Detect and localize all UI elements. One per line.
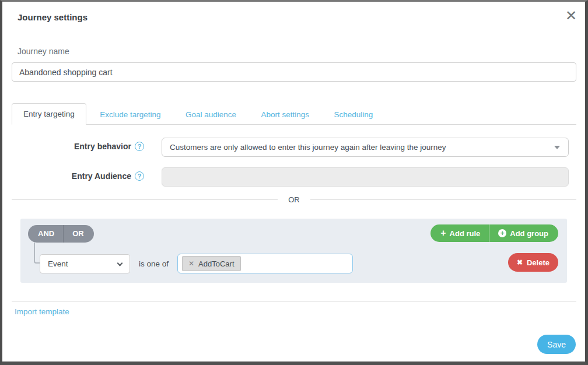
rule-values-input[interactable]: ✕ AddToCart [177,254,353,273]
chevron-down-icon [554,146,560,149]
tab-scheduling[interactable]: Scheduling [323,104,384,124]
tab-entry-targeting[interactable]: Entry targeting [12,103,86,125]
import-template-link[interactable]: Import template [15,307,69,316]
add-buttons-group: + Add rule + Add group [430,224,558,242]
close-icon[interactable]: ✕ [565,9,577,23]
help-icon[interactable]: ? [135,171,144,181]
rule-group-panel: AND OR + Add rule + Add group Event is o… [20,219,567,283]
tag-chip: ✕ AddToCart [182,256,240,271]
or-divider: OR [12,195,576,204]
entry-behavior-value: Customers are only allowed to enter this… [170,143,446,152]
entry-behavior-label: Entry behavior ? [2,142,144,151]
journey-name-label: Journey name [18,47,69,56]
entry-audience-input [162,167,569,187]
chevron-down-icon [117,260,123,266]
rule-field-select[interactable]: Event [40,254,130,273]
delete-rule-button[interactable]: ✖ Delete [508,253,558,272]
help-icon[interactable]: ? [135,142,144,151]
tag-remove-icon[interactable]: ✕ [188,259,194,268]
delete-label: Delete [527,258,550,267]
entry-behavior-select[interactable]: Customers are only allowed to enter this… [162,138,569,157]
add-group-label: Add group [510,229,548,238]
entry-audience-label: Entry Audience ? [2,171,144,181]
tab-exclude-targeting[interactable]: Exclude targeting [89,104,172,124]
add-group-button[interactable]: + Add group [489,224,558,242]
rule-condition-label: is one of [139,259,169,268]
tab-goal-audience[interactable]: Goal audience [174,104,247,124]
divider-line [12,199,278,200]
operator-or-button[interactable]: OR [64,225,94,243]
journey-name-input[interactable] [12,62,576,82]
operator-toggle: AND OR [28,225,94,243]
rule-row: Event is one of ✕ AddToCart [40,254,353,273]
add-rule-label: Add rule [450,229,481,238]
tab-bar: Entry targeting Exclude targeting Goal a… [12,103,576,125]
divider-line [310,199,576,200]
plus-icon: + [440,229,446,238]
save-button[interactable]: Save [537,335,576,354]
entry-audience-label-text: Entry Audience [72,171,131,181]
rule-field-value: Event [48,259,68,268]
footer-divider [12,301,576,302]
or-divider-label: OR [288,195,300,204]
entry-behavior-label-text: Entry behavior [74,142,131,151]
add-rule-button[interactable]: + Add rule [430,224,489,242]
operator-and-button[interactable]: AND [28,225,64,243]
tab-abort-settings[interactable]: Abort settings [250,104,321,124]
journey-settings-modal: Journey settings ✕ Journey name Entry ta… [0,0,588,365]
page-title: Journey settings [18,12,88,22]
delete-x-icon: ✖ [517,258,523,266]
tag-label: AddToCart [198,259,234,268]
circle-plus-icon: + [498,229,506,237]
